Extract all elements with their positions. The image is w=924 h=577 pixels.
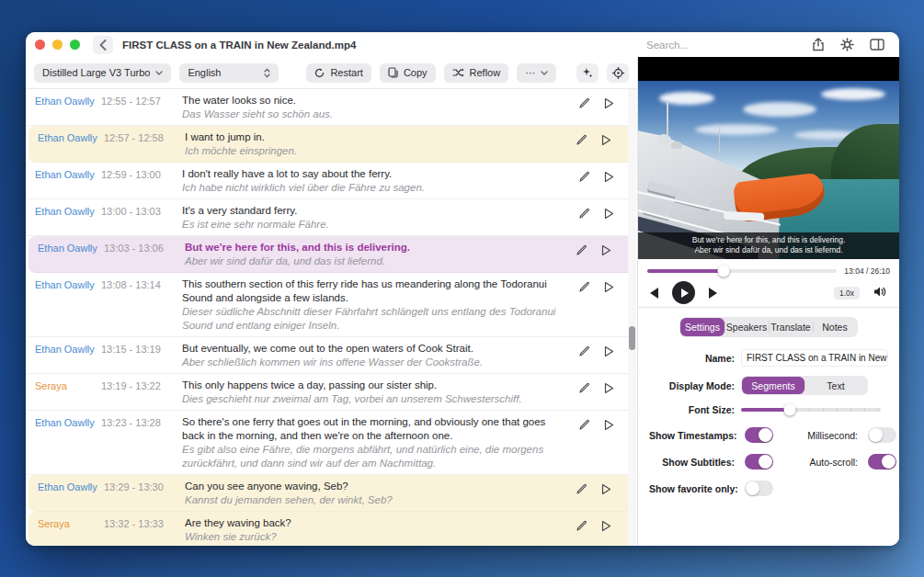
toggle-show-timestamps[interactable]	[745, 427, 773, 443]
media-pane: But we're here for this, and this is del…	[638, 57, 899, 546]
zoom-window-button[interactable]	[70, 40, 80, 50]
reflow-button[interactable]: Reflow	[444, 63, 509, 83]
speaker-label[interactable]: Ethan Oawlly	[35, 277, 101, 290]
play-segment-icon[interactable]	[601, 520, 611, 532]
more-icon: ···	[525, 67, 535, 78]
play-segment-icon[interactable]	[604, 382, 614, 394]
timestamp: 12:59 - 13:00	[101, 167, 182, 180]
speaker-label[interactable]: Seraya	[35, 379, 101, 391]
transcript-row[interactable]: Ethan Oawlly 13:00 - 13:03 It's a very s…	[26, 199, 637, 236]
gear-icon[interactable]	[840, 38, 854, 51]
play-segment-icon[interactable]	[601, 134, 611, 146]
transcript-row[interactable]: Ethan Oawlly 13:23 - 13:28 So there's on…	[26, 411, 637, 475]
play-button[interactable]	[672, 281, 695, 304]
model-dropdown[interactable]: Distilled Large V3 Turbo	[34, 63, 171, 83]
speaker-label[interactable]: Ethan Oawlly	[35, 342, 101, 355]
timestamp: 13:32 - 13:33	[104, 516, 185, 529]
display-mode-segments[interactable]: Segments	[742, 377, 804, 394]
minimize-window-button[interactable]	[52, 40, 63, 50]
speaker-label[interactable]: Ethan Oawlly	[35, 415, 101, 428]
display-mode-segmented: SegmentsText	[741, 376, 868, 395]
edit-icon[interactable]	[576, 520, 587, 532]
transcript-scrollbar[interactable]	[628, 89, 636, 546]
edit-icon[interactable]	[576, 483, 587, 495]
font-size-slider-fill	[741, 408, 790, 412]
toggle-show-favorite-only[interactable]	[745, 481, 773, 496]
language-dropdown[interactable]: English	[179, 63, 279, 83]
toggle-auto-scroll[interactable]	[868, 454, 896, 470]
target-icon	[612, 67, 624, 79]
seek-bar-thumb[interactable]	[717, 266, 729, 277]
edit-icon[interactable]	[578, 97, 590, 109]
tab-settings[interactable]: Settings	[680, 318, 724, 336]
speaker-label[interactable]: Ethan Oawlly	[35, 94, 101, 107]
seek-bar[interactable]	[647, 269, 837, 273]
tab-notes[interactable]: Notes	[813, 318, 857, 336]
speaker-label[interactable]: Seraya	[38, 516, 104, 529]
video-player[interactable]: But we're here for this, and this is del…	[638, 57, 899, 259]
play-segment-icon[interactable]	[601, 483, 611, 495]
transcript-row[interactable]: Ethan Oawlly 12:55 - 12:57 The water loo…	[26, 89, 637, 126]
name-field[interactable]: FIRST CLASS on a TRAIN in New Zealan	[741, 349, 888, 367]
locate-segment-button[interactable]	[607, 63, 629, 83]
segment-text: It's a very standard ferry.	[182, 204, 569, 218]
skip-back-icon[interactable]	[650, 288, 658, 299]
share-icon[interactable]	[812, 38, 825, 51]
volume-icon[interactable]	[873, 285, 887, 301]
transcript-row[interactable]: Ethan Oawlly 12:59 - 13:00 I don't reall…	[26, 163, 637, 199]
transcript-row[interactable]: Ethan Oawlly 13:15 - 13:19 But eventuall…	[26, 337, 637, 374]
scrollbar-thumb[interactable]	[629, 326, 635, 350]
transcript-row[interactable]: Ethan Oawlly 13:08 - 13:14 This southern…	[26, 273, 637, 337]
edit-icon[interactable]	[578, 382, 590, 394]
toggle-millisecond[interactable]	[868, 427, 896, 443]
copy-button[interactable]: Copy	[380, 63, 436, 83]
play-segment-icon[interactable]	[604, 208, 614, 220]
speaker-label[interactable]: Ethan Oawlly	[35, 167, 101, 180]
sidebar-toggle-icon[interactable]	[870, 39, 884, 51]
transcript-row[interactable]: Ethan Oawlly 12:57 - 12:58 I want to jum…	[29, 126, 634, 163]
speaker-label[interactable]: Ethan Oawlly	[38, 480, 104, 492]
toggle-show-subtitles[interactable]	[745, 454, 773, 470]
edit-icon[interactable]	[576, 244, 587, 256]
restart-button[interactable]: Restart	[306, 63, 371, 83]
segment-translation: Dieser südliche Abschnitt dieser Fährfah…	[182, 305, 569, 333]
tab-translate[interactable]: Translate	[769, 318, 813, 336]
play-segment-icon[interactable]	[601, 244, 611, 256]
transcript-row[interactable]: Seraya 13:32 - 13:33 Are they waving bac…	[29, 512, 634, 546]
timestamp: 12:57 - 12:58	[104, 130, 185, 143]
search-input[interactable]	[646, 40, 755, 51]
edit-icon[interactable]	[578, 208, 590, 220]
document-title: FIRST CLASS on a TRAIN in New Zealand.mp…	[122, 40, 356, 51]
speaker-label[interactable]: Ethan Oawlly	[38, 130, 104, 143]
segment-text: So there's one ferry that goes out in th…	[182, 415, 569, 443]
play-segment-icon[interactable]	[604, 97, 614, 109]
more-dropdown[interactable]: ···	[517, 63, 556, 83]
speaker-label[interactable]: Ethan Oawlly	[38, 241, 104, 254]
edit-icon[interactable]	[578, 419, 590, 431]
radar-dome	[656, 134, 671, 145]
display-mode-text[interactable]: Text	[804, 377, 867, 394]
transcript-row[interactable]: Ethan Oawlly 13:29 - 13:30 Can you see a…	[29, 475, 634, 512]
edit-icon[interactable]	[578, 345, 590, 357]
play-segment-icon[interactable]	[604, 281, 614, 293]
transcript-row[interactable]: Seraya 13:19 - 13:22 This only happens t…	[26, 374, 637, 411]
skip-forward-icon[interactable]	[709, 288, 717, 299]
close-window-button[interactable]	[35, 40, 45, 50]
font-size-slider-thumb[interactable]	[784, 404, 796, 416]
font-size-slider[interactable]	[741, 408, 881, 412]
edit-icon[interactable]	[576, 134, 587, 146]
segment-translation: Ich habe nicht wirklich viel über die Fä…	[182, 181, 569, 195]
play-segment-icon[interactable]	[604, 171, 614, 183]
edit-icon[interactable]	[578, 171, 590, 183]
play-segment-icon[interactable]	[604, 419, 614, 431]
speaker-label[interactable]: Ethan Oawlly	[35, 204, 101, 217]
segment-text: I want to jump in.	[185, 130, 566, 144]
edit-icon[interactable]	[578, 281, 590, 293]
tab-speakers[interactable]: Speakers	[724, 318, 769, 336]
ai-enhance-button[interactable]	[576, 63, 599, 83]
playback-speed-button[interactable]: 1.0x	[834, 287, 860, 300]
play-segment-icon[interactable]	[604, 345, 614, 357]
segment-translation: Kannst du jemanden sehen, der winkt, Seb…	[185, 493, 566, 507]
back-button[interactable]	[93, 36, 113, 54]
transcript-row[interactable]: Ethan Oawlly 13:03 - 13:06 But we're her…	[29, 236, 634, 273]
